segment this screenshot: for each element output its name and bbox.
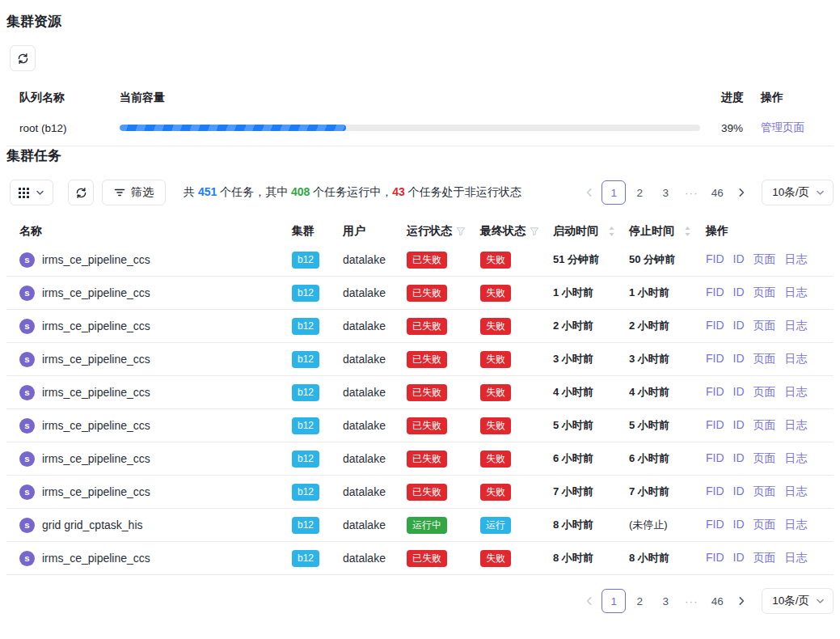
action-link-FID[interactable]: FID	[706, 518, 724, 532]
avatar: s	[19, 485, 35, 500]
action-link-FID[interactable]: FID	[706, 352, 724, 366]
stop-time: 2 小时前	[616, 319, 693, 333]
page-size-select[interactable]: 10条/页	[762, 180, 834, 205]
column-header-停止时间[interactable]: 停止时间	[616, 224, 693, 239]
action-link-日志[interactable]: 日志	[785, 352, 808, 366]
action-link-日志[interactable]: 日志	[785, 252, 808, 267]
action-link-日志[interactable]: 日志	[785, 451, 808, 466]
table-row: s irms_ce_pipeline_ccs b12 datalake 已失败 …	[6, 277, 834, 310]
page-button-1[interactable]: 1	[602, 589, 626, 613]
cluster-badge: b12	[292, 517, 319, 534]
run-status-badge: 已失败	[407, 318, 447, 335]
action-link-FID[interactable]: FID	[706, 485, 724, 499]
action-link-ID[interactable]: ID	[733, 286, 745, 300]
stop-time: 8 小时前	[616, 551, 693, 565]
filter-button[interactable]: 筛选	[102, 180, 166, 205]
action-link-日志[interactable]: 日志	[785, 418, 808, 433]
manage-page-link[interactable]: 管理页面	[761, 121, 804, 133]
run-status-badge: 已失败	[407, 417, 447, 434]
action-link-页面[interactable]: 页面	[753, 551, 776, 565]
action-link-页面[interactable]: 页面	[753, 286, 776, 300]
column-header-启动时间[interactable]: 启动时间	[540, 224, 616, 239]
action-link-日志[interactable]: 日志	[785, 385, 808, 400]
column-header-label: 名称	[19, 224, 42, 239]
filter-funnel-icon[interactable]	[456, 226, 466, 236]
action-link-ID[interactable]: ID	[733, 451, 745, 466]
tasks-refresh-button[interactable]	[68, 180, 94, 205]
action-link-FID[interactable]: FID	[706, 451, 724, 466]
task-name: irms_ce_pipeline_ccs	[42, 419, 150, 432]
run-status-badge: 已失败	[407, 351, 447, 368]
page-button-3[interactable]: 3	[653, 589, 677, 613]
action-link-页面[interactable]: 页面	[753, 485, 776, 499]
action-link-页面[interactable]: 页面	[753, 418, 776, 433]
action-link-ID[interactable]: ID	[733, 385, 745, 400]
action-link-日志[interactable]: 日志	[785, 286, 808, 300]
action-link-日志[interactable]: 日志	[785, 551, 808, 565]
action-link-ID[interactable]: ID	[733, 485, 745, 499]
page-button-3[interactable]: 3	[653, 180, 677, 205]
action-link-FID[interactable]: FID	[706, 418, 724, 433]
page-button-46[interactable]: 46	[705, 180, 729, 205]
action-link-页面[interactable]: 页面	[753, 385, 776, 400]
sorter-icon[interactable]	[684, 226, 691, 237]
user-name: datalake	[330, 452, 394, 465]
table-row: s irms_ce_pipeline_ccs b12 datalake 已失败 …	[6, 376, 834, 409]
action-link-FID[interactable]: FID	[706, 551, 724, 565]
final-status-badge: 失败	[480, 550, 511, 567]
user-name: datalake	[330, 353, 394, 366]
action-link-页面[interactable]: 页面	[753, 252, 776, 267]
queue-name: root (b12)	[6, 122, 120, 134]
action-link-ID[interactable]: ID	[733, 352, 745, 366]
pagination-bottom: 123···4610条/页	[579, 588, 834, 614]
column-header-最终状态[interactable]: 最终状态	[467, 224, 540, 239]
task-name: irms_ce_pipeline_ccs	[42, 253, 150, 266]
progress-value: 39%	[710, 122, 754, 134]
capacity-progress-bar	[120, 125, 700, 131]
action-link-页面[interactable]: 页面	[753, 451, 776, 466]
action-link-日志[interactable]: 日志	[785, 518, 808, 532]
filter-button-label: 筛选	[131, 185, 154, 200]
tasks-summary: 共 451 个任务，其中 408 个任务运行中，43 个任务处于非运行状态	[184, 185, 521, 200]
action-link-页面[interactable]: 页面	[753, 518, 776, 532]
summary-text: 个任务处于非运行状态	[405, 185, 521, 198]
action-link-页面[interactable]: 页面	[753, 352, 776, 366]
start-time: 6 小时前	[540, 451, 616, 466]
page-size-select[interactable]: 10条/页	[762, 588, 834, 614]
column-header-运行状态[interactable]: 运行状态	[394, 224, 467, 239]
task-name: irms_ce_pipeline_ccs	[42, 386, 150, 399]
page-button-1[interactable]: 1	[602, 180, 626, 205]
column-header-操作: 操作	[693, 224, 834, 239]
action-link-ID[interactable]: ID	[733, 319, 745, 333]
page-button-2[interactable]: 2	[627, 589, 652, 613]
resources-refresh-button[interactable]	[10, 45, 36, 71]
stop-time: (未停止)	[616, 518, 693, 532]
page-button-46[interactable]: 46	[705, 589, 729, 613]
tasks-table-header: 名称集群用户运行状态 最终状态 启动时间 停止时间 操作	[6, 218, 834, 243]
column-layout-button[interactable]	[10, 180, 53, 205]
progress-header: 进度	[710, 91, 754, 105]
action-link-FID[interactable]: FID	[706, 319, 724, 333]
action-link-页面[interactable]: 页面	[753, 319, 776, 333]
summary-count-red: 43	[392, 185, 405, 198]
next-page-button[interactable]	[731, 589, 752, 613]
action-link-FID[interactable]: FID	[706, 385, 724, 400]
cluster-tasks-title: 集群任务	[6, 146, 834, 165]
refresh-icon	[75, 187, 87, 199]
page-button-2[interactable]: 2	[627, 180, 652, 205]
sorter-icon[interactable]	[608, 226, 615, 237]
task-name: irms_ce_pipeline_ccs	[42, 552, 150, 565]
action-link-ID[interactable]: ID	[733, 518, 745, 532]
action-link-日志[interactable]: 日志	[785, 319, 808, 333]
filter-funnel-icon[interactable]	[530, 226, 539, 236]
action-link-ID[interactable]: ID	[733, 551, 745, 565]
action-link-ID[interactable]: ID	[733, 418, 745, 433]
action-link-日志[interactable]: 日志	[785, 485, 808, 499]
action-link-ID[interactable]: ID	[733, 252, 745, 267]
action-link-FID[interactable]: FID	[706, 286, 724, 300]
action-link-FID[interactable]: FID	[706, 252, 724, 267]
filter-icon	[114, 187, 125, 198]
next-page-button[interactable]	[731, 180, 752, 205]
capacity-header: 当前容量	[120, 91, 710, 105]
run-status-badge: 已失败	[407, 484, 447, 501]
